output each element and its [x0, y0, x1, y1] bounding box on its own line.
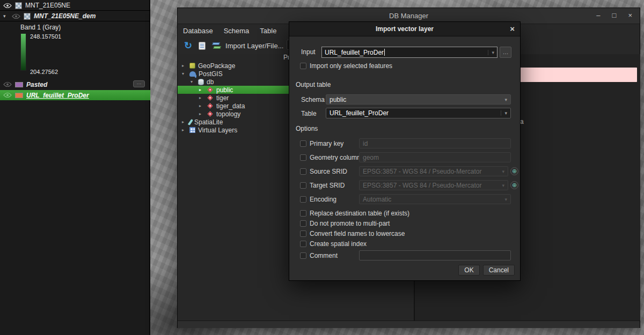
import-vector-layer-dialog: Import vector layer × Input URL_feuillet…	[289, 21, 521, 281]
tree-label: PostGIS	[199, 70, 223, 78]
target-srid-label: Target SRID	[310, 182, 345, 189]
schema-value: public	[330, 96, 346, 103]
tree-label: db	[207, 78, 214, 86]
tree-label: GeoPackage	[198, 62, 235, 70]
table-label: Table	[301, 110, 317, 117]
chevron-right-icon[interactable]: ▸	[199, 87, 204, 92]
refresh-icon[interactable]: ↻	[184, 41, 192, 50]
chevron-down-icon[interactable]: ▾	[191, 79, 195, 84]
close-icon[interactable]: ×	[510, 24, 515, 33]
dropdown-icon: ▾	[504, 97, 507, 102]
close-icon[interactable]: ×	[628, 11, 632, 19]
target-srid-value: EPSG:3857 - WGS 84 / Pseudo-Mercator	[363, 182, 481, 189]
eye-icon[interactable]	[3, 3, 12, 9]
raster-layer-icon	[15, 2, 22, 9]
source-srid-field: EPSG:3857 - WGS 84 / Pseudo-Mercator ▾	[359, 166, 508, 176]
replace-table-label: Replace destination table (if exists)	[310, 210, 409, 217]
spatialite-icon	[188, 118, 193, 125]
primary-key-value: id	[363, 140, 368, 147]
table-value: URL_feuillet_ProDer	[330, 109, 389, 117]
menu-database[interactable]: Database	[183, 27, 213, 35]
layer-label: MNT_21E05NE	[25, 2, 70, 9]
lowercase-label: Convert field names to lowercase	[310, 230, 405, 237]
schema-dropdown[interactable]: public ▾	[326, 94, 511, 105]
chevron-down-icon[interactable]: ▾	[3, 13, 9, 19]
layer-label: Pasted	[26, 81, 47, 88]
import-selected-checkbox[interactable]	[300, 63, 306, 69]
cancel-button[interactable]: Cancel	[483, 265, 515, 276]
layer-label: URL_feuillet_ProDer	[26, 92, 89, 99]
chevron-right-icon[interactable]: ▸	[182, 63, 187, 68]
maximize-icon[interactable]: □	[612, 11, 617, 19]
eye-icon[interactable]	[12, 13, 20, 19]
layer-item-mnt-dem[interactable]: ▾ MNT_21E05NE_dem	[0, 11, 150, 21]
tree-label: SpatiaLite	[194, 118, 223, 126]
browse-button[interactable]: …	[500, 47, 511, 58]
chevron-down-icon[interactable]: ▾	[182, 71, 187, 76]
comment-label: Comment	[310, 252, 338, 259]
chevron-right-icon[interactable]: ▸	[182, 120, 187, 124]
source-crs-picker-globe-icon[interactable]: ⊕	[510, 167, 518, 175]
spatial-index-checkbox[interactable]	[300, 241, 306, 247]
import-selected-label: Import only selected features	[310, 62, 392, 70]
menu-table[interactable]: Table	[260, 27, 276, 35]
multipart-checkbox[interactable]	[300, 220, 306, 227]
dropdown-icon[interactable]: ▾	[488, 50, 494, 55]
band-gradient	[20, 33, 26, 71]
minimize-icon[interactable]: –	[596, 11, 600, 19]
encoding-label: Encoding	[310, 196, 336, 203]
chevron-right-icon[interactable]: ▸	[199, 111, 204, 116]
lowercase-checkbox[interactable]	[300, 230, 306, 237]
layer-item-mnt[interactable]: MNT_21E05NE	[0, 1, 150, 11]
import-layer-button[interactable]: Import Layer/File...	[225, 42, 283, 50]
input-combobox[interactable]: URL_feuillet_ProDer ▾	[321, 47, 497, 58]
replace-table-checkbox[interactable]	[300, 210, 306, 217]
primary-key-checkbox[interactable]	[300, 140, 306, 147]
source-srid-checkbox[interactable]	[300, 168, 306, 175]
layer-item-pasted[interactable]: Pasted ···	[0, 79, 150, 90]
multipart-label: Do not promote to multi-part	[310, 220, 390, 227]
primary-key-label: Primary key	[310, 140, 343, 147]
eye-icon[interactable]	[3, 92, 12, 98]
text-cursor	[384, 49, 385, 56]
dialog-title: Import vector layer	[376, 25, 434, 33]
dropdown-icon: ▾	[504, 197, 507, 202]
chevron-right-icon[interactable]: ▸	[182, 128, 187, 132]
dialog-titlebar[interactable]: Import vector layer ×	[289, 22, 520, 36]
target-crs-picker-globe-icon[interactable]: ⊕	[510, 181, 518, 189]
spatial-index-label: Create spatial index	[310, 240, 367, 248]
layer-indicator-icon[interactable]: ···	[133, 80, 145, 87]
target-srid-checkbox[interactable]	[300, 182, 306, 189]
raster-layer-icon	[24, 13, 31, 20]
comment-field[interactable]	[359, 250, 511, 260]
geometry-column-checkbox[interactable]	[300, 154, 306, 161]
chevron-right-icon[interactable]: ▸	[199, 103, 204, 108]
virtual-layers-icon	[189, 127, 195, 133]
clipped-text-right: a	[520, 118, 524, 125]
chevron-right-icon[interactable]: ▸	[199, 95, 204, 100]
dropdown-icon: ▾	[501, 110, 507, 116]
geometry-column-field: geom	[359, 152, 511, 162]
geometry-column-value: geom	[363, 154, 379, 161]
ok-button[interactable]: OK	[458, 265, 479, 276]
window-title: DB Manager	[178, 12, 640, 20]
source-srid-value: EPSG:3857 - WGS 84 / Pseudo-Mercator	[363, 168, 481, 175]
layer-swatch	[15, 82, 23, 87]
dropdown-icon: ▾	[502, 169, 504, 174]
sql-window-icon[interactable]	[199, 42, 206, 50]
schema-label: Schema	[301, 96, 325, 103]
menu-schema[interactable]: Schema	[224, 27, 250, 35]
import-layer-icon[interactable]	[212, 42, 221, 50]
layer-item-url-feuillet[interactable]: URL_feuillet_ProDer	[0, 90, 150, 100]
geometry-column-label: Geometry column	[310, 154, 361, 161]
comment-checkbox[interactable]	[300, 252, 306, 259]
table-combobox[interactable]: URL_feuillet_ProDer ▾	[326, 108, 511, 118]
band-label: Band 1 (Gray)	[20, 24, 61, 31]
band-min-value: 204.27562	[30, 69, 58, 75]
schema-icon	[208, 95, 213, 101]
eye-icon[interactable]	[3, 81, 12, 87]
dropdown-icon: ▾	[502, 183, 504, 188]
encoding-checkbox[interactable]	[300, 196, 306, 203]
tree-label: tiger_data	[216, 102, 245, 110]
input-label: Input	[301, 48, 316, 56]
